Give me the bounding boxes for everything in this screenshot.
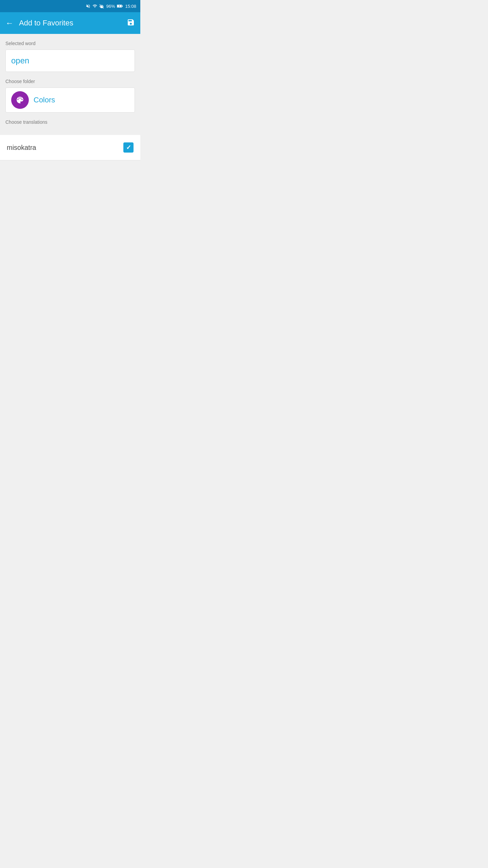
choose-folder-label: Choose folder xyxy=(5,79,135,84)
status-time: 15:08 xyxy=(125,4,136,9)
page-title: Add to Favorites xyxy=(19,19,73,27)
battery-icon xyxy=(117,4,123,8)
app-bar-left: ← Add to Favorites xyxy=(5,18,73,28)
folder-selector[interactable]: Colors xyxy=(5,87,135,113)
content-area: Selected word Choose folder Colors Choos… xyxy=(0,34,140,135)
status-icons: 96% 15:08 xyxy=(86,4,136,9)
muted-icon xyxy=(86,4,90,8)
status-bar: 96% 15:08 xyxy=(0,0,140,12)
back-button[interactable]: ← xyxy=(5,18,14,28)
translations-list: misokatra ✓ xyxy=(0,135,140,160)
app-bar: ← Add to Favorites xyxy=(0,12,140,34)
battery-percent: 96% xyxy=(106,4,115,9)
wifi-icon xyxy=(93,4,97,8)
checkmark-icon: ✓ xyxy=(126,144,131,151)
choose-translations-label: Choose translations xyxy=(5,119,135,128)
folder-icon-circle xyxy=(11,91,29,109)
selected-word-section: Selected word xyxy=(5,41,135,79)
signal-icon xyxy=(99,4,104,8)
translation-checkbox[interactable]: ✓ xyxy=(123,142,134,153)
translation-item: misokatra ✓ xyxy=(0,135,140,160)
svg-rect-1 xyxy=(122,6,123,7)
selected-word-input[interactable] xyxy=(5,50,135,72)
selected-word-label: Selected word xyxy=(5,41,135,46)
save-button[interactable] xyxy=(127,18,135,28)
folder-name: Colors xyxy=(34,96,55,104)
translation-text: misokatra xyxy=(7,144,36,152)
choose-folder-section: Choose folder Colors xyxy=(5,79,135,113)
